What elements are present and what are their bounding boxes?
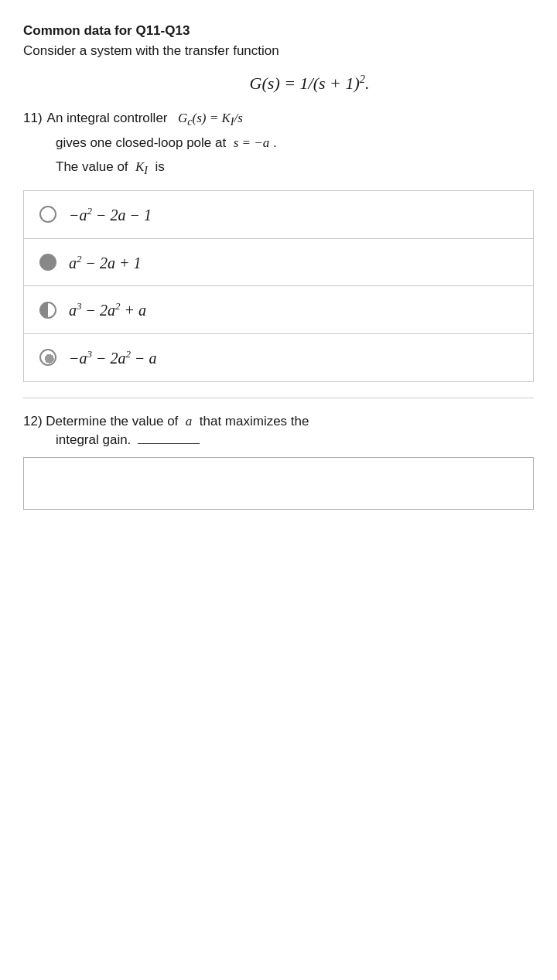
question-11-block: 11) An integral controller Gc(s) = KI/s … — [23, 111, 534, 381]
q12-line1: 12) Determine the value of a that maximi… — [23, 414, 534, 429]
option-D-row[interactable]: −a3 − 2a2 − a — [24, 334, 533, 381]
q11-number: 11) — [23, 111, 43, 126]
q11-gc-formula: Gc(s) = KI/s — [178, 111, 243, 128]
q12-blank — [138, 443, 200, 444]
question-12-block: 12) Determine the value of a that maximi… — [23, 414, 534, 510]
option-D-label: −a3 − 2a2 − a — [69, 348, 157, 367]
option-D-radio[interactable] — [39, 349, 56, 366]
option-B-row[interactable]: a2 − 2a + 1 — [24, 239, 533, 287]
option-C-row[interactable]: a3 − 2a2 + a — [24, 286, 533, 334]
q12-number: 12) — [23, 414, 43, 429]
q11-line1-prefix: An integral controller — [47, 111, 175, 126]
option-A-row[interactable]: −a2 − 2a − 1 — [24, 191, 533, 239]
option-A-radio[interactable] — [39, 206, 56, 223]
option-B-label: a2 − 2a + 1 — [69, 253, 142, 272]
option-C-label: a3 − 2a2 + a — [69, 300, 146, 319]
option-C-radio[interactable] — [39, 302, 56, 319]
options-container: −a2 − 2a − 1 a2 − 2a + 1 a3 − 2a2 + a −a… — [23, 190, 534, 382]
transfer-function-display: G(s) = 1/(s + 1)2. — [85, 73, 534, 94]
section-header: Common data for Q11-Q13 — [23, 23, 534, 39]
option-A-label: −a2 − 2a − 1 — [69, 205, 152, 224]
section-divider — [23, 398, 534, 398]
q12-line2: integral gain. — [23, 432, 534, 448]
q12-answer-box[interactable] — [23, 457, 534, 510]
q11-line3: The value of KI is — [23, 156, 534, 179]
intro-text: Consider a system with the transfer func… — [23, 43, 534, 59]
q11-line1: 11) An integral controller Gc(s) = KI/s — [23, 111, 534, 128]
tf-text: G(s) = 1/(s + 1)2. — [250, 73, 370, 93]
q11-line2: gives one closed-loop pole at s = −a . — [23, 132, 534, 153]
option-B-radio[interactable] — [39, 254, 56, 271]
